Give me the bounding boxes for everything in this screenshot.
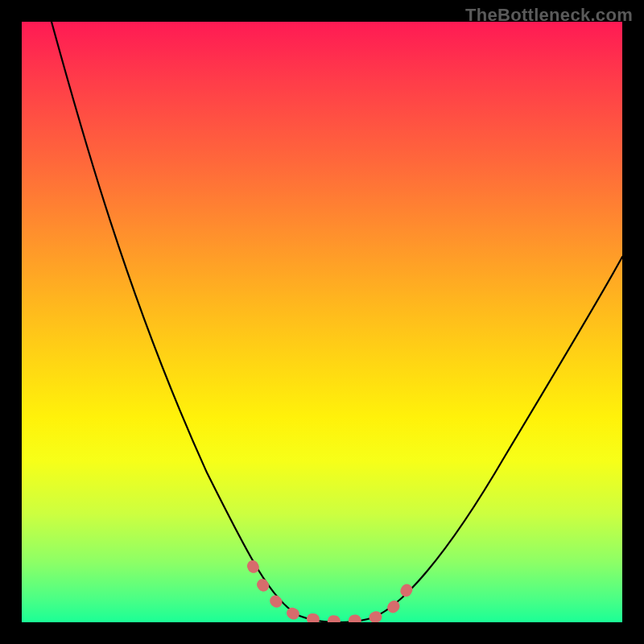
chart-frame: TheBottleneck.com xyxy=(0,0,644,644)
plot-area xyxy=(22,22,622,622)
watermark-text: TheBottleneck.com xyxy=(465,5,633,26)
curve-svg xyxy=(22,22,622,622)
optimal-band-dots xyxy=(253,566,413,621)
bottleneck-curve-line xyxy=(52,22,622,622)
